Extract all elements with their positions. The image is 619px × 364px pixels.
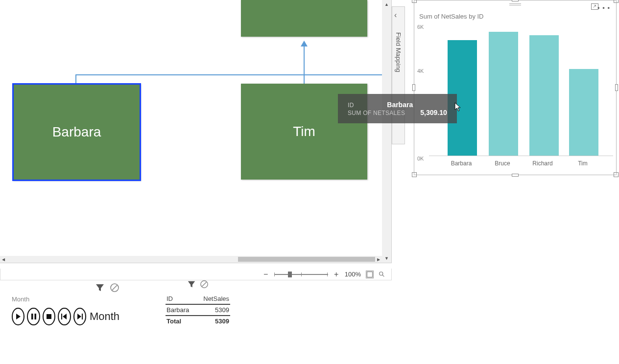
svg-point-1 [380, 272, 383, 275]
svg-rect-10 [82, 314, 83, 319]
chart-title: Sum of NetSales by ID [419, 13, 484, 20]
cell-netsales: 5309 [196, 304, 230, 316]
zoom-slider[interactable] [274, 274, 328, 275]
field-mapping-panel[interactable]: ‹ Field Mapping [392, 6, 405, 144]
bar-tim[interactable] [569, 69, 598, 156]
resize-handle[interactable] [614, 0, 619, 3]
clear-icon[interactable] [200, 280, 209, 291]
filter-icon[interactable] [187, 280, 196, 291]
tooltip-sum-label: SUM OF NETSALES [348, 110, 405, 116]
more-options-button[interactable]: • • • [597, 4, 610, 12]
connector-vertical [304, 46, 305, 74]
zoom-out-button[interactable]: − [262, 271, 269, 278]
scroll-right-button[interactable]: ▶ [375, 256, 382, 263]
chart-tooltip: ID Barbara SUM OF NETSALES 5,309.10 [338, 94, 457, 123]
bar-richard[interactable] [529, 35, 559, 156]
scroll-thumb[interactable] [238, 257, 380, 262]
y-tick: 4K [417, 68, 424, 74]
svg-line-12 [202, 282, 207, 287]
connector-horizontal [75, 74, 382, 75]
node-label: Barbara [52, 124, 101, 140]
data-table: ID NetSales Barbara 5309 Total 5309 [166, 294, 230, 326]
horizontal-scrollbar[interactable]: ◀ ▶ [0, 256, 382, 263]
connector-drop-mid [304, 74, 305, 84]
zoom-in-button[interactable]: + [333, 271, 340, 278]
bar-bruce[interactable] [489, 32, 518, 156]
fit-to-window-button[interactable] [366, 271, 374, 278]
y-tick: 0K [417, 156, 424, 161]
previous-button[interactable] [58, 308, 71, 325]
scroll-up-button[interactable]: ▲ [382, 0, 391, 9]
drag-handle-icon[interactable] [509, 3, 521, 7]
table-visual[interactable]: ID NetSales Barbara 5309 Total 5309 [166, 280, 239, 326]
hierarchy-node-root[interactable] [241, 0, 367, 37]
stop-button[interactable] [43, 308, 55, 325]
resize-handle[interactable] [614, 172, 619, 177]
resize-handle[interactable] [412, 84, 415, 91]
column-header-netsales[interactable]: NetSales [196, 294, 230, 304]
svg-line-5 [112, 285, 117, 290]
tooltip-sum-value: 5,309.10 [413, 109, 447, 116]
zoom-knob[interactable] [288, 272, 292, 277]
pause-button[interactable] [27, 308, 40, 325]
vertical-scrollbar[interactable]: ▲ ▼ [382, 0, 391, 263]
x-category: Tim [563, 160, 602, 167]
resize-handle[interactable] [512, 0, 519, 1]
filter-icon[interactable] [95, 283, 105, 293]
total-label: Total [166, 316, 196, 326]
zoom-bar: − + 100% [0, 269, 392, 280]
svg-rect-7 [34, 314, 36, 319]
resize-handle[interactable] [512, 174, 519, 177]
cursor-icon [454, 102, 461, 114]
hierarchy-canvas[interactable]: Barbara Tim ▲ ▼ ◀ ▶ [0, 0, 392, 263]
svg-line-2 [382, 274, 384, 276]
x-category: Bruce [483, 160, 522, 167]
tooltip-id-label: ID [348, 102, 354, 109]
play-axis-value: Month [90, 310, 119, 323]
svg-rect-9 [61, 314, 62, 319]
y-tick: 6K [417, 24, 424, 30]
field-mapping-label: Field Mapping [395, 32, 402, 72]
play-axis-field: Month [12, 296, 119, 303]
clear-icon[interactable] [110, 283, 119, 293]
pan-zoom-button[interactable] [379, 271, 385, 278]
tooltip-id-value: Barbara [379, 101, 413, 109]
resize-handle[interactable] [615, 84, 618, 91]
play-axis-panel: Month Month [12, 283, 119, 325]
chevron-left-icon: ‹ [394, 11, 397, 20]
play-button[interactable] [12, 308, 24, 325]
chart-visual[interactable]: • • • Sum of NetSales by ID 6K 4K 0K Bar… [414, 0, 617, 175]
svg-rect-8 [47, 314, 51, 319]
resize-handle[interactable] [412, 172, 417, 177]
x-category: Richard [523, 160, 562, 167]
arrow-up-icon [301, 41, 308, 46]
svg-rect-6 [31, 314, 33, 319]
resize-handle[interactable] [412, 0, 417, 3]
total-value: 5309 [196, 316, 230, 326]
cell-id: Barbara [166, 304, 196, 316]
node-label: Tim [293, 124, 315, 139]
svg-rect-0 [367, 272, 372, 277]
next-button[interactable] [73, 308, 86, 325]
x-category: Barbara [442, 160, 481, 167]
table-total-row: Total 5309 [166, 316, 230, 326]
column-header-id[interactable]: ID [166, 294, 196, 304]
hierarchy-node-barbara[interactable]: Barbara [13, 84, 141, 181]
scroll-down-button[interactable]: ▼ [382, 254, 391, 263]
table-row[interactable]: Barbara 5309 [166, 304, 230, 316]
zoom-level: 100% [345, 271, 361, 278]
connector-drop-left [75, 74, 76, 84]
scroll-left-button[interactable]: ◀ [0, 256, 7, 263]
